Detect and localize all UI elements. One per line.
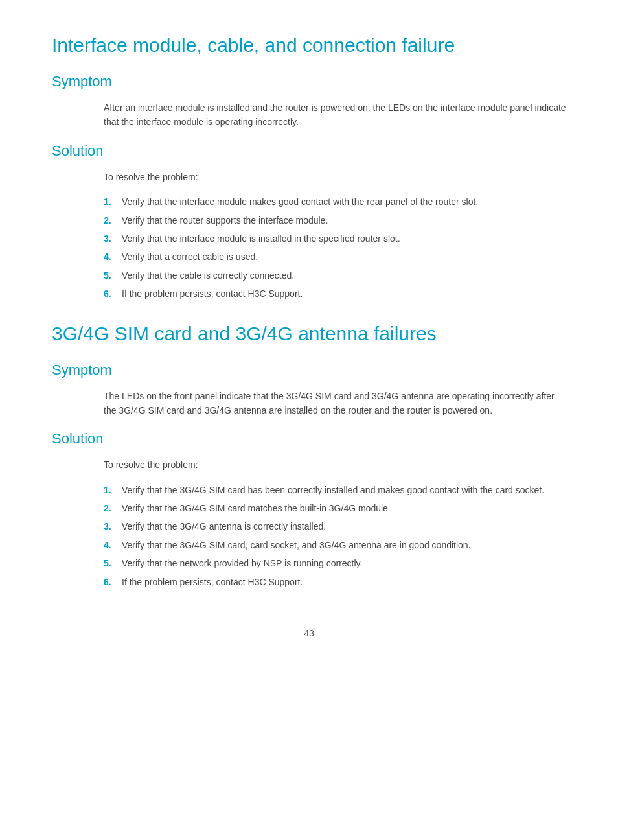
section1-solution-body: To resolve the problem: 1. Verify that t… <box>104 170 566 301</box>
list-item: 5. Verify that the network provided by N… <box>104 556 566 570</box>
list-text: Verify that the interface module makes g… <box>122 194 478 209</box>
list-text: Verify that the router supports the inte… <box>122 213 328 228</box>
section1-solution-heading: Solution <box>52 143 566 159</box>
section2: 3G/4G SIM card and 3G/4G antenna failure… <box>52 321 566 590</box>
list-text: Verify that the interface module is inst… <box>122 231 400 246</box>
list-number: 4. <box>104 250 122 264</box>
section2-solution-heading: Solution <box>52 430 566 447</box>
list-text: Verify that the 3G/4G SIM card has been … <box>122 483 544 497</box>
section2-symptom-text: The LEDs on the front panel indicate tha… <box>104 389 566 418</box>
list-number: 3. <box>104 231 122 246</box>
list-text: If the problem persists, contact H3C Sup… <box>122 575 303 589</box>
section1: Interface module, cable, and connection … <box>52 32 566 301</box>
list-number: 6. <box>104 575 122 589</box>
list-item: 1. Verify that the interface module make… <box>104 194 566 209</box>
list-text: Verify that the 3G/4G SIM card matches t… <box>122 501 391 515</box>
list-item: 2. Verify that the router supports the i… <box>104 213 566 228</box>
list-number: 1. <box>104 483 122 497</box>
list-number: 5. <box>104 268 122 283</box>
list-text: Verify that the 3G/4G antenna is correct… <box>122 519 326 533</box>
list-item: 4. Verify that the 3G/4G SIM card, card … <box>104 538 566 552</box>
section1-symptom-heading: Symptom <box>52 73 566 90</box>
list-item: 3. Verify that the 3G/4G antenna is corr… <box>104 519 566 533</box>
list-item: 4. Verify that a correct cable is used. <box>104 250 566 264</box>
list-number: 1. <box>104 194 122 209</box>
list-item: 6. If the problem persists, contact H3C … <box>104 286 566 301</box>
list-text: If the problem persists, contact H3C Sup… <box>122 286 303 301</box>
list-number: 2. <box>104 501 122 515</box>
list-number: 5. <box>104 556 122 570</box>
section2-solution-list: 1. Verify that the 3G/4G SIM card has be… <box>104 483 566 589</box>
list-text: Verify that the cable is correctly conne… <box>122 268 294 283</box>
section1-solution-intro: To resolve the problem: <box>104 170 566 184</box>
list-item: 2. Verify that the 3G/4G SIM card matche… <box>104 501 566 515</box>
page-number: 43 <box>52 628 566 638</box>
section2-symptom-body: The LEDs on the front panel indicate tha… <box>104 389 566 418</box>
section2-title: 3G/4G SIM card and 3G/4G antenna failure… <box>52 321 566 346</box>
section2-symptom-heading: Symptom <box>52 362 566 379</box>
list-number: 2. <box>104 213 122 228</box>
section1-symptom-text: After an interface module is installed a… <box>104 100 566 130</box>
section2-solution-intro: To resolve the problem: <box>104 458 566 472</box>
list-item: 5. Verify that the cable is correctly co… <box>104 268 566 283</box>
list-text: Verify that the network provided by NSP … <box>122 556 362 570</box>
section1-symptom-body: After an interface module is installed a… <box>104 100 566 130</box>
section1-solution-list: 1. Verify that the interface module make… <box>104 194 566 301</box>
list-number: 6. <box>104 286 122 301</box>
list-text: Verify that a correct cable is used. <box>122 250 258 264</box>
section1-title: Interface module, cable, and connection … <box>52 32 566 58</box>
list-item: 6. If the problem persists, contact H3C … <box>104 575 566 589</box>
list-text: Verify that the 3G/4G SIM card, card soc… <box>122 538 471 552</box>
section2-solution-body: To resolve the problem: 1. Verify that t… <box>104 458 566 589</box>
list-number: 4. <box>104 538 122 552</box>
list-number: 3. <box>104 519 122 533</box>
list-item: 1. Verify that the 3G/4G SIM card has be… <box>104 483 566 497</box>
list-item: 3. Verify that the interface module is i… <box>104 231 566 246</box>
